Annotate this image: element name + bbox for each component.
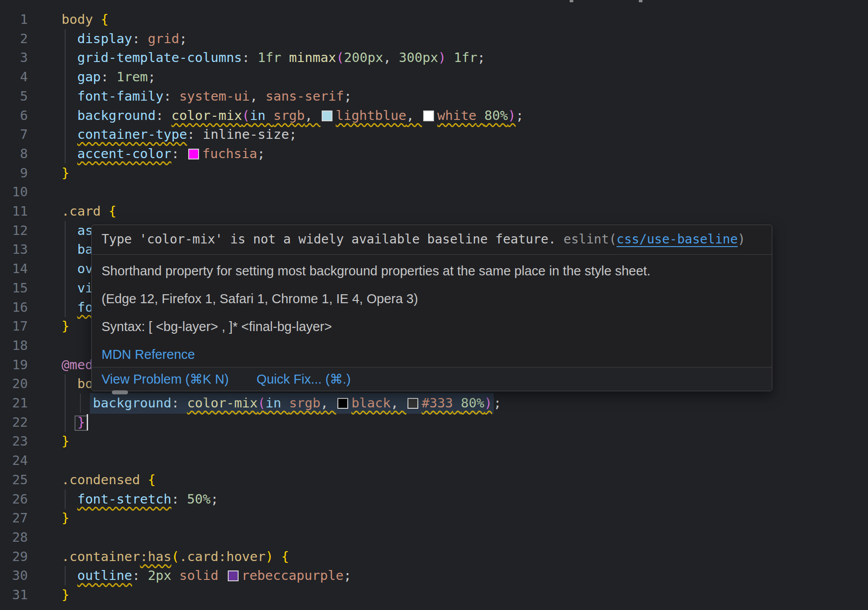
code-token: ; [344,88,352,104]
hover-scrollbar-handle[interactable] [112,390,128,394]
color-swatch[interactable] [423,111,434,121]
code-token: gap [77,69,101,84]
code-token: .card:hover [179,549,266,564]
color-swatch[interactable] [322,111,332,121]
code-line[interactable]: 3 grid-template-columns: 1fr minmax(200p… [0,48,868,67]
code-token: rebeccapurple [242,568,344,583]
code-token: ; [289,127,297,142]
code-line[interactable]: 26 font-stretch: 50%; [0,490,868,509]
eslint-rule-link[interactable]: css/use-baseline [616,232,738,247]
code-token [281,50,289,65]
code-text: outline: 2px solid rebeccapurple; [62,566,351,585]
code-line[interactable]: 25.condensed { [0,470,868,490]
eslint-suffix: ) [738,232,745,247]
color-swatch[interactable] [337,398,348,409]
quick-fix-link[interactable]: Quick Fix... (⌘.) [257,371,350,387]
code-token: body [62,12,101,27]
code-editor[interactable]: 1body {2 display: grid;3 grid-template-c… [0,0,868,610]
code-text: ov [62,259,93,278]
code-token: ) [508,108,515,123]
line-number: 20 [0,374,28,393]
code-line[interactable]: 7 container-type: inline-size; [0,125,868,144]
view-problem-link[interactable]: View Problem (⌘K N) [102,371,229,387]
code-text: vi [62,278,93,298]
line-number: 18 [0,336,28,355]
warning-squiggle-range: fo [77,300,93,315]
code-token: background [93,395,172,411]
code-token: { [148,472,155,487]
code-token [218,568,226,583]
code-line[interactable]: 23} [0,432,868,451]
code-token: ) [484,395,492,411]
code-text: grid-template-columns: 1fr minmax(200px,… [62,48,485,67]
code-token: system-ui [179,88,250,104]
code-token: ( [258,395,266,411]
code-line[interactable]: 29.container:has(.card:hover) { [0,547,868,566]
line-number: 29 [0,547,28,566]
code-token: ; [344,568,351,583]
code-token: font-stretch [77,491,172,507]
property-description: Shorthand property for setting most back… [102,263,762,279]
code-token: ; [477,50,485,65]
code-token: 300px [399,50,438,65]
code-line[interactable]: 27} [0,508,868,528]
code-token: 1fr [454,50,477,65]
code-token [273,549,281,564]
code-text: accent-color: fuchsia; [62,144,265,164]
code-text: background: color-mix(in srgb, lightblue… [62,106,523,125]
hover-action-bar: View Problem (⌘K N) Quick Fix... (⌘.) [92,367,772,391]
code-line[interactable]: 28 [0,528,868,547]
code-token [62,108,77,123]
code-token: : [101,69,116,84]
line-number: 5 [0,87,28,106]
code-line[interactable]: 1body { [0,10,868,29]
code-token [62,568,77,583]
color-swatch[interactable] [188,149,199,159]
code-line[interactable]: 2 display: grid; [0,29,868,49]
hover-tooltip: Type 'color-mix' is not a widely availab… [91,225,772,391]
code-line[interactable]: 22 } [0,413,868,432]
code-token: grid-template-columns [77,50,242,65]
code-line[interactable]: 9} [0,164,868,183]
line-number: 23 [0,432,28,451]
code-line[interactable]: 21 background: color-mix(in srgb, black,… [0,393,868,413]
code-line[interactable]: 30 outline: 2px solid rebeccapurple; [0,566,868,585]
line-number: 17 [0,317,28,336]
code-line[interactable]: 24 [0,451,868,470]
code-token: , [250,88,266,104]
code-token: ; [148,69,155,84]
clipped-glyph-fragment [639,0,642,2]
code-text: } [62,164,69,183]
color-swatch[interactable] [407,398,418,409]
code-text: } [62,508,69,528]
code-line[interactable]: 10 [0,182,868,202]
text-cursor [87,414,88,430]
code-token: black [351,395,390,411]
mdn-reference-link[interactable]: MDN Reference [102,347,195,362]
hover-doc-body: Shorthand property for setting most back… [92,255,772,362]
code-text: font-family: system-ui, sans-serif; [62,87,352,106]
line-number: 25 [0,470,28,490]
color-swatch[interactable] [228,570,239,581]
code-token: minmax [289,50,336,65]
code-line[interactable]: 5 font-family: system-ui, sans-serif; [0,87,868,106]
code-line[interactable]: 8 accent-color: fuchsia; [0,144,868,164]
code-text: body { [62,10,109,29]
code-token: fuchsia [202,146,257,161]
code-token: : [156,108,172,123]
line-number: 8 [0,144,28,164]
code-text: fo [62,298,93,317]
code-token: , [383,50,399,65]
code-token: background [77,108,156,123]
code-text: display: grid; [62,29,187,49]
code-token: .condensed [62,472,148,487]
code-line[interactable]: 31} [0,585,868,605]
warning-squiggle-range: font-stretch [77,491,172,507]
code-token: : [171,491,187,507]
code-line[interactable]: 11.card { [0,202,868,221]
code-line[interactable]: 4 gap: 1rem; [0,67,868,87]
code-token [62,31,77,46]
code-line[interactable]: 6 background: color-mix(in srgb, lightbl… [0,106,868,125]
code-token: ) [266,549,273,564]
diagnostic-message: Type 'color-mix' is not a widely availab… [102,232,563,247]
